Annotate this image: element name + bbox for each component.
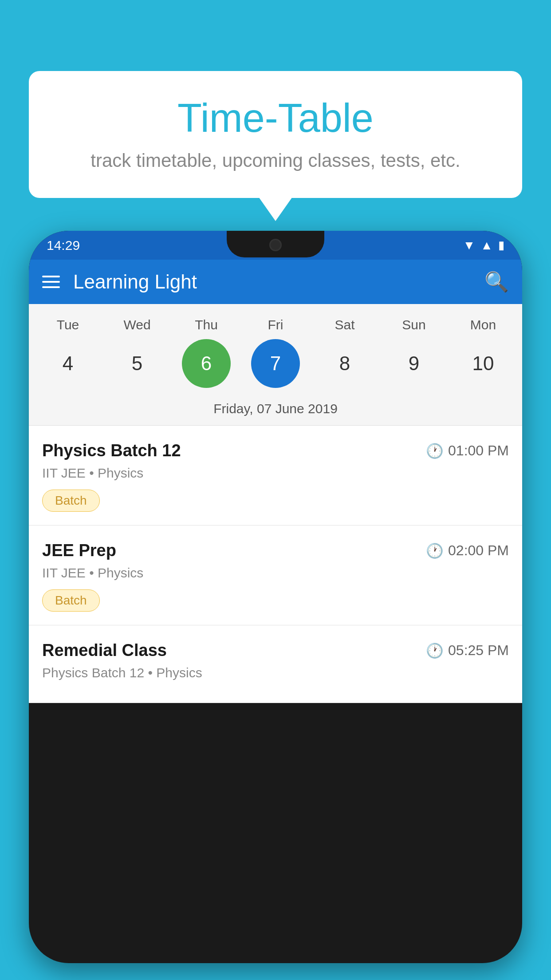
speech-bubble: Time-Table track timetable, upcoming cla… (29, 71, 522, 198)
day-sun: Sun (385, 317, 443, 332)
phone-container: 14:29 ▼ ▲ ▮ Learning Light 🔍 Tue Wed Thu (29, 231, 522, 980)
phone-notch (227, 231, 324, 257)
date-10[interactable]: 10 (459, 339, 508, 388)
batch-tag-2: Batch (42, 589, 100, 612)
schedule-title-3: Remedial Class (42, 641, 167, 660)
schedule-title-1: Physics Batch 12 (42, 441, 181, 460)
schedule-item-header-1: Physics Batch 12 🕐 01:00 PM (42, 441, 509, 460)
schedule-subtitle-3: Physics Batch 12 • Physics (42, 665, 509, 680)
schedule-subtitle-2: IIT JEE • Physics (42, 565, 509, 581)
search-icon[interactable]: 🔍 (484, 270, 509, 293)
date-6-today[interactable]: 6 (182, 339, 231, 388)
date-9[interactable]: 9 (390, 339, 438, 388)
phone-frame: 14:29 ▼ ▲ ▮ Learning Light 🔍 Tue Wed Thu (29, 231, 522, 963)
selected-date-label: Friday, 07 June 2019 (29, 397, 522, 426)
batch-tag-1: Batch (42, 490, 100, 512)
date-7-selected[interactable]: 7 (251, 339, 300, 388)
app-title: Learning Light (73, 271, 484, 293)
day-thu: Thu (177, 317, 235, 332)
day-sat: Sat (316, 317, 374, 332)
phone-camera (269, 239, 282, 251)
time-value-2: 02:00 PM (448, 542, 509, 559)
signal-icon: ▲ (480, 238, 493, 253)
hamburger-menu[interactable] (42, 276, 60, 288)
date-5[interactable]: 5 (113, 339, 161, 388)
date-8[interactable]: 8 (320, 339, 369, 388)
day-wed: Wed (108, 317, 166, 332)
battery-icon: ▮ (498, 238, 504, 252)
bubble-title: Time-Table (55, 95, 496, 141)
clock-icon-2: 🕐 (426, 542, 444, 559)
status-time: 14:29 (47, 238, 80, 253)
time-value-1: 01:00 PM (448, 443, 509, 459)
bubble-subtitle: track timetable, upcoming classes, tests… (55, 150, 496, 171)
day-mon: Mon (454, 317, 512, 332)
day-tue: Tue (39, 317, 97, 332)
date-4[interactable]: 4 (43, 339, 92, 388)
schedule-title-2: JEE Prep (42, 541, 116, 560)
day-fri: Fri (247, 317, 304, 332)
schedule-time-2: 🕐 02:00 PM (426, 542, 509, 559)
wifi-icon: ▼ (463, 238, 476, 253)
schedule-list: Physics Batch 12 🕐 01:00 PM IIT JEE • Ph… (29, 426, 522, 703)
schedule-item-1[interactable]: Physics Batch 12 🕐 01:00 PM IIT JEE • Ph… (29, 426, 522, 526)
schedule-time-1: 🕐 01:00 PM (426, 443, 509, 459)
schedule-item-header-3: Remedial Class 🕐 05:25 PM (42, 641, 509, 660)
schedule-item-3[interactable]: Remedial Class 🕐 05:25 PM Physics Batch … (29, 625, 522, 703)
speech-bubble-section: Time-Table track timetable, upcoming cla… (29, 71, 522, 198)
schedule-subtitle-1: IIT JEE • Physics (42, 466, 509, 481)
time-value-3: 05:25 PM (448, 642, 509, 659)
app-bar: Learning Light 🔍 (29, 260, 522, 304)
status-icons: ▼ ▲ ▮ (463, 238, 504, 253)
schedule-item-2[interactable]: JEE Prep 🕐 02:00 PM IIT JEE • Physics Ba… (29, 526, 522, 625)
schedule-time-3: 🕐 05:25 PM (426, 642, 509, 659)
clock-icon-1: 🕐 (426, 443, 444, 459)
clock-icon-3: 🕐 (426, 642, 444, 659)
schedule-item-header-2: JEE Prep 🕐 02:00 PM (42, 541, 509, 560)
calendar-days-header: Tue Wed Thu Fri Sat Sun Mon (29, 313, 522, 332)
calendar-dates: 4 5 6 7 8 9 10 (29, 332, 522, 397)
calendar-strip: Tue Wed Thu Fri Sat Sun Mon 4 5 6 7 8 9 … (29, 304, 522, 426)
